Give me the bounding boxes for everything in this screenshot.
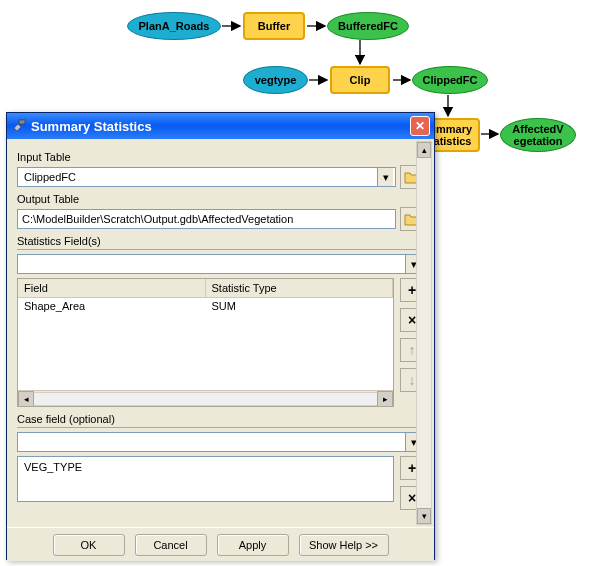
- titlebar[interactable]: Summary Statistics ✕: [7, 113, 434, 139]
- output-table-label: Output Table: [17, 193, 424, 205]
- ok-button[interactable]: OK: [53, 534, 125, 556]
- plus-icon: +: [408, 282, 416, 298]
- close-button[interactable]: ✕: [410, 116, 430, 136]
- show-help-button[interactable]: Show Help >>: [299, 534, 389, 556]
- close-icon: ✕: [415, 119, 425, 133]
- cancel-button[interactable]: Cancel: [135, 534, 207, 556]
- x-icon: ×: [408, 312, 416, 328]
- tool-icon: [11, 118, 27, 134]
- node-plana-roads[interactable]: PlanA_Roads: [127, 12, 221, 40]
- node-affected-vegetation[interactable]: AffectedV egetation: [500, 118, 576, 152]
- grid-header-type[interactable]: Statistic Type: [206, 279, 394, 297]
- input-table-label: Input Table: [17, 151, 424, 163]
- case-field-label: Case field (optional): [17, 413, 424, 425]
- arrow-up-icon: ↑: [409, 342, 416, 358]
- separator: [17, 249, 424, 250]
- node-vegtype[interactable]: vegtype: [243, 66, 308, 94]
- stat-fields-label: Statistics Field(s): [17, 235, 424, 247]
- table-row[interactable]: Shape_Area SUM: [18, 298, 393, 316]
- node-clip[interactable]: Clip: [330, 66, 390, 94]
- list-item[interactable]: VEG_TYPE: [24, 461, 387, 473]
- grid-header-field[interactable]: Field: [18, 279, 206, 297]
- vertical-scrollbar[interactable]: ▴ ▾: [416, 141, 432, 525]
- scroll-right-icon[interactable]: ▸: [377, 391, 393, 407]
- plus-icon: +: [408, 460, 416, 476]
- node-buffer[interactable]: Buffer: [243, 12, 305, 40]
- stat-field-combo[interactable]: ▾: [17, 254, 424, 274]
- button-bar: OK Cancel Apply Show Help >>: [7, 527, 434, 561]
- output-table-field[interactable]: C:\ModelBuilder\Scratch\Output.gdb\Affec…: [17, 209, 396, 229]
- horizontal-scrollbar[interactable]: ◂ ▸: [18, 390, 393, 406]
- scroll-up-icon[interactable]: ▴: [417, 142, 431, 158]
- case-field-list[interactable]: VEG_TYPE: [17, 456, 394, 502]
- stat-fields-grid[interactable]: Field Statistic Type Shape_Area SUM ◂ ▸: [17, 278, 394, 407]
- dialog-content: Input Table ClippedFC ▾ Output Table C:\…: [7, 139, 434, 527]
- node-clippedfc[interactable]: ClippedFC: [412, 66, 488, 94]
- chevron-down-icon[interactable]: ▾: [377, 168, 393, 186]
- scroll-left-icon[interactable]: ◂: [18, 391, 34, 407]
- apply-button[interactable]: Apply: [217, 534, 289, 556]
- node-bufferedfc[interactable]: BufferedFC: [327, 12, 409, 40]
- x-icon: ×: [408, 490, 416, 506]
- scroll-down-icon[interactable]: ▾: [417, 508, 431, 524]
- input-table-combo[interactable]: ClippedFC ▾: [17, 167, 396, 187]
- arrow-down-icon: ↓: [409, 372, 416, 388]
- case-field-combo[interactable]: ▾: [17, 432, 424, 452]
- dialog-title: Summary Statistics: [31, 119, 152, 134]
- summary-statistics-dialog: Summary Statistics ✕ Input Table Clipped…: [6, 112, 435, 560]
- svg-rect-7: [19, 120, 25, 124]
- separator: [17, 427, 424, 428]
